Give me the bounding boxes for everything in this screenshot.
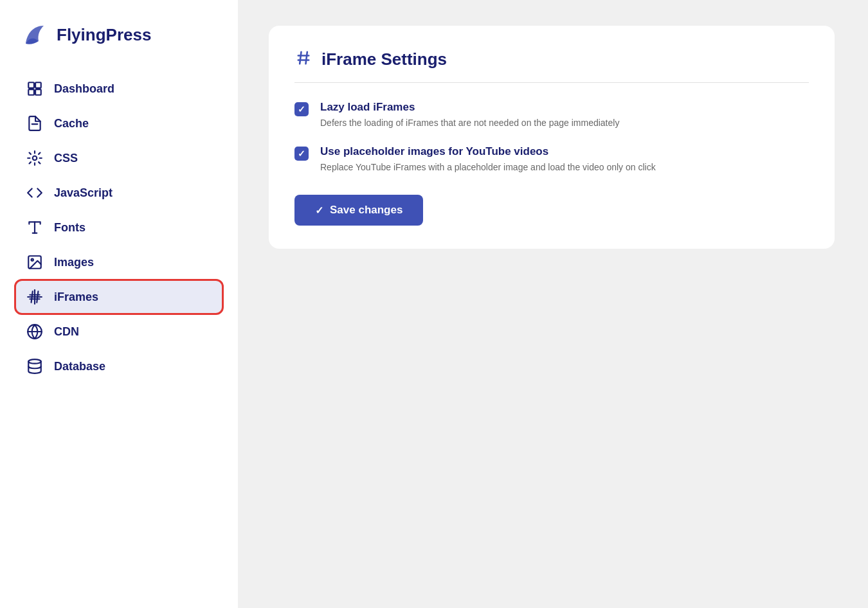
setting-label-lazy-load: Lazy load iFrames (320, 101, 619, 114)
cache-icon (26, 114, 44, 132)
svg-point-5 (33, 156, 37, 161)
logo-area: FlyingPress (15, 21, 222, 49)
save-check-icon: ✓ (315, 204, 323, 217)
nav-list: Dashboard Cache CSS (15, 72, 222, 383)
sidebar-item-cdn[interactable]: CDN (15, 315, 222, 348)
sidebar-item-iframes-label: iFrames (54, 291, 98, 304)
sidebar-item-javascript[interactable]: JavaScript (15, 176, 222, 210)
javascript-icon (26, 184, 44, 202)
sidebar-item-css[interactable]: CSS (15, 141, 222, 175)
css-icon (26, 149, 44, 167)
svg-line-16 (37, 291, 38, 302)
sidebar-item-css-label: CSS (54, 152, 78, 165)
sidebar-item-database-label: Database (54, 360, 105, 373)
app-name: FlyingPress (57, 25, 151, 45)
svg-line-15 (32, 291, 33, 302)
checkbox-placeholder[interactable]: ✓ (294, 147, 309, 161)
logo-icon (21, 21, 49, 49)
sidebar-item-images-label: Images (54, 256, 94, 269)
page-title-icon (294, 49, 312, 69)
svg-rect-0 (28, 82, 34, 88)
database-icon (26, 357, 44, 375)
sidebar-item-fonts[interactable]: Fonts (15, 211, 222, 244)
sidebar-item-database[interactable]: Database (15, 350, 222, 383)
checkbox-lazy-load-box[interactable]: ✓ (294, 102, 309, 116)
sidebar-item-iframes[interactable]: iFrames (15, 280, 222, 314)
svg-rect-3 (35, 89, 41, 95)
svg-line-24 (306, 52, 307, 64)
card-title-row: iFrame Settings (294, 49, 809, 83)
svg-point-9 (32, 259, 33, 261)
setting-text-placeholder: Use placeholder images for YouTube video… (320, 145, 656, 174)
page-title: iFrame Settings (321, 49, 447, 69)
checkbox-lazy-load[interactable]: ✓ (294, 102, 309, 116)
setting-row-lazy-load: ✓ Lazy load iFrames Defers the loading o… (294, 101, 809, 130)
images-icon (26, 253, 44, 271)
sidebar-item-javascript-label: JavaScript (54, 186, 113, 200)
cdn-icon (26, 323, 44, 341)
save-button[interactable]: ✓ Save changes (294, 195, 423, 226)
checkmark-lazy-load: ✓ (298, 104, 305, 114)
svg-point-20 (28, 359, 41, 364)
settings-card: iFrame Settings ✓ Lazy load iFrames Defe… (269, 26, 835, 249)
sidebar-item-images[interactable]: Images (15, 246, 222, 279)
dashboard-icon (26, 80, 44, 98)
settings-section: ✓ Lazy load iFrames Defers the loading o… (294, 101, 809, 174)
fonts-icon (26, 219, 44, 237)
sidebar-item-dashboard[interactable]: Dashboard (15, 72, 222, 105)
save-button-label: Save changes (330, 204, 402, 217)
sidebar-item-dashboard-label: Dashboard (54, 82, 114, 96)
sidebar-item-cdn-label: CDN (54, 325, 79, 339)
setting-desc-placeholder: Replace YouTube iFrames with a placehold… (320, 161, 656, 174)
svg-rect-2 (28, 89, 34, 95)
setting-label-placeholder: Use placeholder images for YouTube video… (320, 145, 656, 158)
setting-text-lazy-load: Lazy load iFrames Defers the loading of … (320, 101, 619, 130)
setting-row-placeholder: ✓ Use placeholder images for YouTube vid… (294, 145, 809, 174)
svg-line-23 (300, 52, 301, 64)
iframes-icon (26, 288, 44, 306)
sidebar-item-cache-label: Cache (54, 117, 89, 130)
setting-desc-lazy-load: Defers the loading of iFrames that are n… (320, 116, 619, 130)
svg-rect-1 (35, 82, 41, 88)
checkbox-placeholder-box[interactable]: ✓ (294, 147, 309, 161)
sidebar-item-fonts-label: Fonts (54, 221, 86, 235)
checkmark-placeholder: ✓ (298, 148, 305, 159)
sidebar-item-cache[interactable]: Cache (15, 107, 222, 140)
main-content: iFrame Settings ✓ Lazy load iFrames Defe… (238, 0, 868, 608)
sidebar: FlyingPress Dashboard (0, 0, 238, 608)
